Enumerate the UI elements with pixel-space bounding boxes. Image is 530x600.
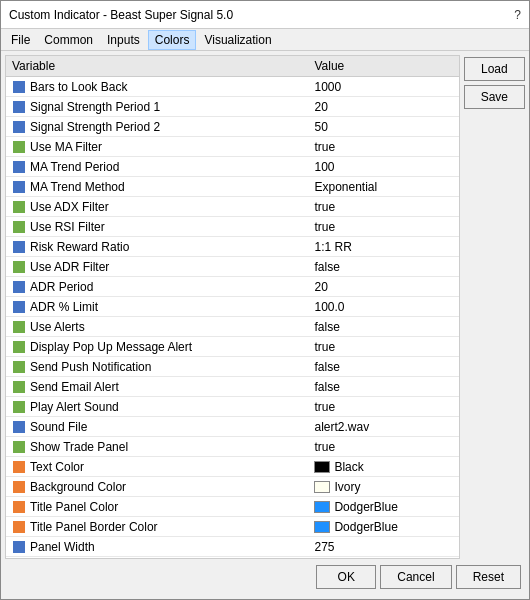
value-text: 20 [314, 280, 327, 294]
help-button[interactable]: ? [514, 8, 521, 22]
menu-bar: FileCommonInputsColorsVisualization [1, 29, 529, 51]
table-row[interactable]: Panel Width275 [6, 537, 459, 557]
main-area: Variable Value Bars to Look Back1000Sign… [5, 55, 525, 559]
variable-cell-20: Background Color [6, 477, 308, 497]
save-button[interactable]: Save [464, 85, 525, 109]
variable-name: Use ADX Filter [30, 200, 109, 214]
value-text: Exponential [314, 180, 377, 194]
table-row[interactable]: Title Panel Border ColorDodgerBlue [6, 517, 459, 537]
content-area: Variable Value Bars to Look Back1000Sign… [1, 51, 529, 599]
value-cell-22: DodgerBlue [308, 517, 458, 537]
table-row[interactable]: Send Push Notificationfalse [6, 357, 459, 377]
variable-cell-7: Use RSI Filter [6, 217, 308, 237]
variable-name: Signal Strength Period 2 [30, 120, 160, 134]
color-swatch [314, 521, 330, 533]
load-button[interactable]: Load [464, 57, 525, 81]
color-swatch [314, 501, 330, 513]
table-row[interactable]: MA Trend MethodExponential [6, 177, 459, 197]
cancel-button[interactable]: Cancel [380, 565, 451, 589]
variable-name: Use ADR Filter [30, 260, 109, 274]
variable-cell-9: Use ADR Filter [6, 257, 308, 277]
variable-name: Use MA Filter [30, 140, 102, 154]
value-text: DodgerBlue [334, 520, 397, 534]
table-row[interactable]: Send Email Alertfalse [6, 377, 459, 397]
table-row[interactable]: ADR % Limit100.0 [6, 297, 459, 317]
table-row[interactable]: Play Alert Soundtrue [6, 397, 459, 417]
table-container[interactable]: Variable Value Bars to Look Back1000Sign… [5, 55, 460, 559]
value-text: false [314, 260, 339, 274]
variable-cell-10: ADR Period [6, 277, 308, 297]
variables-table: Variable Value Bars to Look Back1000Sign… [6, 56, 459, 559]
table-row[interactable]: Sound Filealert2.wav [6, 417, 459, 437]
value-text: 1000 [314, 80, 341, 94]
value-text: 20 [314, 100, 327, 114]
menu-item-visualization[interactable]: Visualization [198, 31, 277, 49]
value-text: Ivory [334, 480, 360, 494]
variable-cell-2: Signal Strength Period 2 [6, 117, 308, 137]
variable-cell-18: Show Trade Panel [6, 437, 308, 457]
variable-cell-21: Title Panel Color [6, 497, 308, 517]
table-row[interactable]: Bars to Look Back1000 [6, 77, 459, 97]
value-text: alert2.wav [314, 420, 369, 434]
value-text: true [314, 200, 335, 214]
variable-name: Display Pop Up Message Alert [30, 340, 192, 354]
variable-cell-1: Signal Strength Period 1 [6, 97, 308, 117]
value-cell-17: alert2.wav [308, 417, 458, 437]
value-cell-11: 100.0 [308, 297, 458, 317]
variable-cell-15: Send Email Alert [6, 377, 308, 397]
side-buttons: Load Save [464, 55, 525, 559]
variable-name: Background Color [30, 480, 126, 494]
variable-name: Signal Strength Period 1 [30, 100, 160, 114]
table-row[interactable]: Title Panel ColorDodgerBlue [6, 497, 459, 517]
table-row[interactable]: Use ADR Filterfalse [6, 257, 459, 277]
table-row[interactable]: Use ADX Filtertrue [6, 197, 459, 217]
value-text: 100.0 [314, 300, 344, 314]
variable-name: Send Push Notification [30, 360, 151, 374]
value-cell-23: 275 [308, 537, 458, 557]
table-row[interactable]: MA Trend Period100 [6, 157, 459, 177]
value-text: 275 [314, 540, 334, 554]
variable-cell-8: Risk Reward Ratio [6, 237, 308, 257]
table-row[interactable]: Background ColorIvory [6, 477, 459, 497]
variable-cell-17: Sound File [6, 417, 308, 437]
ok-button[interactable]: OK [316, 565, 376, 589]
table-row[interactable]: Use RSI Filtertrue [6, 217, 459, 237]
variable-name: Sound File [30, 420, 87, 434]
table-row[interactable]: Signal Strength Period 120 [6, 97, 459, 117]
col-variable: Variable [6, 56, 308, 77]
table-row[interactable]: Text ColorBlack [6, 457, 459, 477]
variable-cell-5: MA Trend Method [6, 177, 308, 197]
table-row[interactable]: Risk Reward Ratio1:1 RR [6, 237, 459, 257]
variable-cell-16: Play Alert Sound [6, 397, 308, 417]
menu-item-inputs[interactable]: Inputs [101, 31, 146, 49]
col-value: Value [308, 56, 458, 77]
variable-name: Use RSI Filter [30, 220, 105, 234]
color-swatch [314, 461, 330, 473]
value-text: true [314, 140, 335, 154]
menu-item-common[interactable]: Common [38, 31, 99, 49]
variable-name: Risk Reward Ratio [30, 240, 129, 254]
table-row[interactable]: Signal Strength Period 250 [6, 117, 459, 137]
value-cell-21: DodgerBlue [308, 497, 458, 517]
value-cell-9: false [308, 257, 458, 277]
value-text: true [314, 400, 335, 414]
table-row[interactable]: Show Trade Paneltrue [6, 437, 459, 457]
table-row[interactable]: Use MA Filtertrue [6, 137, 459, 157]
reset-button[interactable]: Reset [456, 565, 521, 589]
table-row[interactable]: ADR Period20 [6, 277, 459, 297]
menu-item-colors[interactable]: Colors [148, 30, 197, 50]
table-row[interactable]: Display Pop Up Message Alerttrue [6, 337, 459, 357]
table-row[interactable]: Use Alertsfalse [6, 317, 459, 337]
value-cell-20: Ivory [308, 477, 458, 497]
variable-name: MA Trend Period [30, 160, 119, 174]
value-text: true [314, 220, 335, 234]
menu-item-file[interactable]: File [5, 31, 36, 49]
color-swatch [314, 481, 330, 493]
value-text: 100 [314, 160, 334, 174]
variable-name: Use Alerts [30, 320, 85, 334]
value-cell-15: false [308, 377, 458, 397]
variable-name: Show Trade Panel [30, 440, 128, 454]
value-text: true [314, 340, 335, 354]
variable-cell-13: Display Pop Up Message Alert [6, 337, 308, 357]
value-cell-7: true [308, 217, 458, 237]
